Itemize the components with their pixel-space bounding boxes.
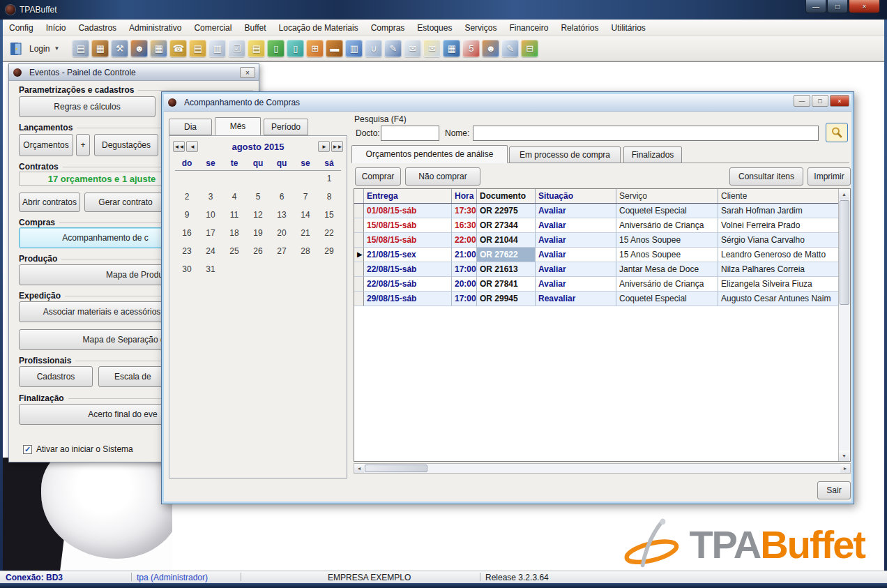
calendar-day[interactable] (175, 169, 199, 188)
dialog-minimize-button[interactable]: — (794, 95, 810, 107)
vertical-scroll-thumb[interactable] (840, 200, 849, 305)
cell-hora[interactable]: 20:00 (452, 277, 477, 292)
calendar-day[interactable] (294, 169, 317, 188)
cell-documento[interactable]: OR 21613 (477, 262, 536, 277)
gerar-contrato-button[interactable]: Gerar contrato (84, 193, 167, 212)
chevron-down-icon[interactable]: ▼ (54, 45, 59, 52)
cell-hora[interactable]: 21:00 (452, 248, 477, 262)
calendar-day[interactable]: 16 (175, 224, 199, 242)
menu-item[interactable]: Administrativo (123, 21, 188, 35)
cell-situacao[interactable]: Reavaliar (536, 292, 616, 306)
calendar-day[interactable]: 5 (246, 188, 270, 206)
next-year-button[interactable]: ►► (331, 141, 343, 152)
scroll-down-icon[interactable]: ▼ (839, 451, 849, 461)
cell-cliente[interactable]: Leandro Generoso de Matto (718, 248, 840, 262)
envelope-icon[interactable]: ✉ (404, 40, 421, 57)
tab-orcamentos-pendentes[interactable]: Orçamentos pendentes de análise (351, 145, 508, 163)
mail-open-icon[interactable]: ✉ (423, 40, 441, 57)
cell-hora[interactable]: 17:30 (452, 204, 477, 218)
cell-entrega[interactable]: 01/08/15-sáb (364, 204, 452, 218)
calendar-day[interactable] (246, 260, 270, 278)
calendar-day[interactable]: 28 (294, 242, 317, 260)
calendar-day[interactable]: 20 (270, 224, 294, 242)
calendar-day[interactable]: 4 (222, 188, 246, 206)
user-add-icon[interactable]: ☻ (482, 40, 499, 57)
phone-icon[interactable]: ☎ (169, 40, 187, 57)
header-hora[interactable]: Hora (452, 189, 477, 203)
prev-year-button[interactable]: ◄◄ (173, 141, 185, 152)
users-icon[interactable]: ☻ (130, 40, 148, 57)
calendar-day[interactable]: 21 (294, 224, 317, 242)
calendar-day[interactable]: 24 (199, 242, 222, 260)
copy-documents-icon[interactable]: ▥ (209, 40, 226, 57)
menu-item[interactable]: Financeiro (503, 21, 554, 35)
cell-hora[interactable]: 22:00 (452, 233, 477, 248)
menu-item[interactable]: Estoques (411, 21, 458, 35)
row-selector[interactable] (354, 277, 364, 292)
cell-servico[interactable]: Coquetel Especial (616, 292, 718, 306)
abrir-contratos-button[interactable]: Abrir contratos (19, 193, 80, 212)
cell-hora[interactable]: 17:00 (452, 292, 477, 306)
cell-entrega[interactable]: 15/08/15-sáb (364, 233, 452, 248)
menu-item[interactable]: Cadastros (72, 21, 123, 35)
table-row[interactable]: 22/08/15-sáb 20:00 OR 27841 Avaliar Aniv… (354, 277, 840, 292)
calendar-day[interactable] (317, 260, 341, 278)
cell-cliente[interactable]: Sarah Hofman Jardim (718, 204, 840, 218)
calendar-day[interactable]: 25 (222, 242, 246, 260)
calendar-day[interactable] (199, 169, 222, 188)
calendar-day[interactable]: 14 (294, 206, 317, 224)
folders-icon[interactable]: ▤ (189, 40, 206, 57)
tab-dia[interactable]: Dia (169, 119, 212, 135)
horizontal-scrollbar[interactable]: ◄ ► (354, 463, 851, 474)
regras-calculos-button[interactable]: Regras e cálculos (19, 96, 156, 117)
table-row[interactable]: 29/08/15-sáb 17:00 OR 29945 Reavaliar Co… (354, 292, 840, 306)
notes-icon[interactable]: ▤ (248, 40, 265, 57)
scroll-up-icon[interactable]: ▲ (839, 189, 849, 199)
cell-situacao[interactable]: Avaliar (536, 277, 616, 292)
docto-input[interactable] (381, 126, 439, 141)
search-button[interactable] (826, 123, 848, 142)
menu-item[interactable]: Compras (365, 21, 411, 35)
menu-item[interactable]: Buffet (238, 21, 272, 35)
calendar-day[interactable] (246, 169, 270, 188)
calendar-day[interactable]: 12 (246, 206, 270, 224)
calendar-day[interactable]: 7 (294, 188, 317, 206)
calendar-day-icon[interactable]: 5 (462, 40, 480, 57)
close-button[interactable]: × (849, 0, 880, 13)
menu-item[interactable]: Locação de Materiais (273, 21, 365, 35)
menu-item[interactable]: Relatórios (554, 21, 605, 35)
sair-button[interactable]: Sair (817, 481, 851, 499)
cell-documento[interactable]: OR 21044 (477, 233, 536, 248)
tab-em-processo[interactable]: Em processo de compra (509, 146, 621, 163)
menu-item[interactable]: Comercial (188, 21, 238, 35)
cell-servico[interactable]: Aniversário de Criança (616, 277, 718, 292)
prev-month-button[interactable]: ◄ (186, 141, 198, 152)
print-icon[interactable]: ▤ (72, 40, 89, 57)
comprar-button[interactable]: Comprar (355, 167, 401, 186)
ativar-checkbox[interactable]: ✓ Ativar ao iniciar o Sistema (23, 444, 133, 454)
cell-cliente[interactable]: Sérgio Viana Carvalho (718, 233, 840, 248)
table-row[interactable]: ▶ 21/08/15-sex 21:00 OR 27622 Avaliar 15… (354, 248, 840, 262)
menu-item[interactable]: Início (40, 21, 73, 35)
nome-input[interactable] (473, 126, 819, 141)
cell-situacao[interactable]: Avaliar (536, 204, 616, 218)
calendar-day[interactable]: 15 (317, 206, 341, 224)
cell-servico[interactable]: Aniversário de Criança (616, 218, 718, 233)
consultar-itens-button[interactable]: Consultar itens (729, 167, 803, 186)
archive-box-icon[interactable]: ▦ (91, 40, 109, 57)
header-entrega[interactable]: Entrega (364, 189, 452, 203)
cell-hora[interactable]: 16:30 (452, 218, 477, 233)
cell-documento[interactable]: OR 22975 (477, 204, 536, 218)
cell-situacao[interactable]: Avaliar (536, 233, 616, 248)
row-selector[interactable] (354, 204, 364, 218)
cell-cliente[interactable]: Nilza Palhares Correia (718, 262, 840, 277)
scroll-right-icon[interactable]: ► (840, 464, 850, 473)
menu-item[interactable]: Config (3, 21, 40, 35)
cell-documento[interactable]: OR 29945 (477, 292, 536, 306)
measure-pencil-icon[interactable]: ✎ (384, 40, 402, 57)
cell-situacao[interactable]: Avaliar (536, 248, 616, 262)
tab-periodo[interactable]: Período (264, 119, 308, 135)
open-book-icon[interactable]: ∪ (365, 40, 382, 57)
tab-finalizados[interactable]: Finalizados (623, 146, 682, 163)
row-selector[interactable] (354, 292, 364, 306)
